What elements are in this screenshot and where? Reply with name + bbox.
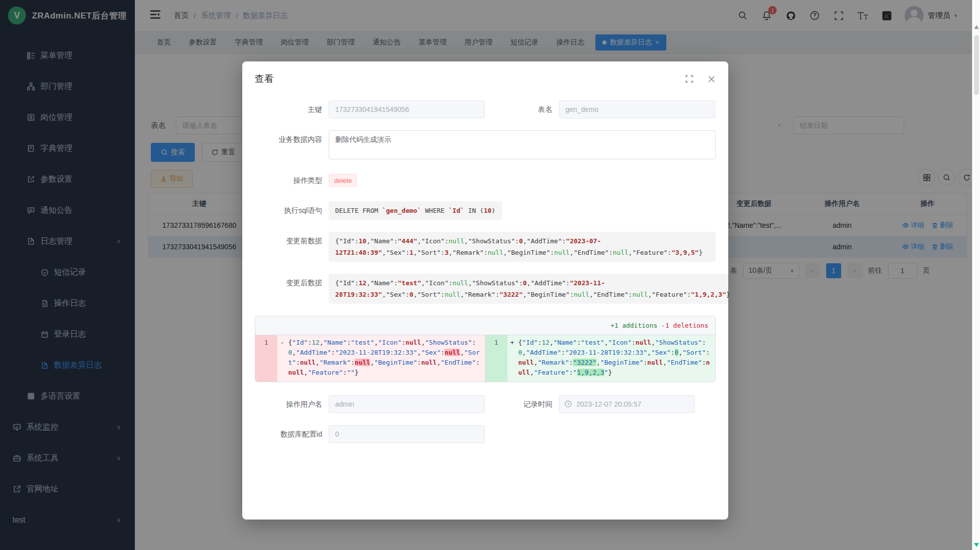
record-time-label: 记录时间 xyxy=(485,395,559,413)
scroll-down-arrow-icon[interactable] xyxy=(974,543,979,547)
optype-badge: delete xyxy=(329,174,357,187)
db-config-input[interactable] xyxy=(329,425,485,443)
op-user-input[interactable] xyxy=(329,395,485,413)
after-data-label: 变更后数据 xyxy=(255,274,329,292)
optype-label: 操作类型 xyxy=(255,171,329,189)
dialog-fullscreen-icon[interactable] xyxy=(685,74,694,83)
scrollbar-thumb[interactable] xyxy=(974,35,979,95)
after-data-code-block: {"Id":12,"Name":"test","Icon":null,"Show… xyxy=(329,274,728,304)
diff-additions: +1 additions xyxy=(610,322,657,329)
diff-pane-deleted: 1 - {"Id":12,"Name":"test","Icon":null,"… xyxy=(255,335,486,382)
pk-input[interactable] xyxy=(329,100,485,118)
diff-plus-sign: + xyxy=(507,335,517,382)
diff-line-number: 1 xyxy=(486,335,507,382)
op-user-label: 操作用户名 xyxy=(255,395,329,413)
business-content-textarea[interactable]: 删除代码生成演示 xyxy=(329,130,716,159)
content-label: 业务数据内容 xyxy=(255,130,329,148)
dialog-close-icon[interactable] xyxy=(707,74,716,83)
dialog-body: 主键 表名 业务数据内容 删除代码生成演示 操作类型 delete 执行sql语… xyxy=(242,85,728,443)
diff-added-code: {"Id":12,"Name":"test","Icon":null,"Show… xyxy=(517,335,716,382)
table-name-label: 表名 xyxy=(485,100,559,118)
dialog-title: 查看 xyxy=(255,73,274,84)
clock-icon xyxy=(564,400,572,409)
diff-line-number: 1 xyxy=(255,335,277,382)
diff-viewer: +1 additions -1 deletions 1 - {"Id":12,"… xyxy=(255,316,716,382)
pk-label: 主键 xyxy=(255,100,329,118)
view-dialog: 查看 主键 表名 业务数据内容 删除代码生成演示 操作类型 delete 执行 xyxy=(242,61,728,520)
diff-pane-added: 1 + {"Id":12,"Name":"test","Icon":null,"… xyxy=(486,335,716,382)
table-name-value-input[interactable] xyxy=(559,100,715,118)
before-data-code-block: {"Id":10,"Name":"444","Icon":null,"ShowS… xyxy=(329,232,716,262)
diff-deleted-code: {"Id":12,"Name":"test","Icon":null,"Show… xyxy=(287,335,485,382)
record-time-input[interactable] xyxy=(559,395,695,413)
before-data-label: 变更前数据 xyxy=(255,232,329,250)
dialog-header: 查看 xyxy=(242,61,728,85)
scroll-up-arrow-icon[interactable] xyxy=(974,25,979,29)
diff-minus-sign: - xyxy=(277,335,287,382)
db-config-label: 数据库配置id xyxy=(255,425,329,443)
sql-label: 执行sql语句 xyxy=(255,201,329,219)
scrollbar[interactable] xyxy=(972,0,980,550)
sql-code-block: DELETE FROM `gen_demo` WHERE `Id` IN (10… xyxy=(329,201,502,220)
diff-summary: +1 additions -1 deletions xyxy=(255,316,715,335)
diff-deletions: -1 deletions xyxy=(661,322,708,329)
